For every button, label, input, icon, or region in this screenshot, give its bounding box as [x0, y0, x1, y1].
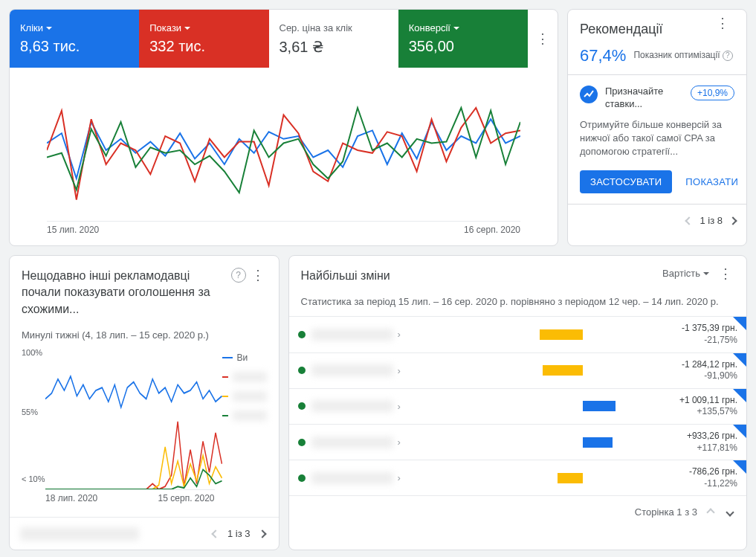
chevron-down-icon [703, 272, 709, 275]
corner-badge [733, 317, 746, 330]
pager-next[interactable] [256, 525, 268, 542]
pager-label: Сторінка 1 з 3 [635, 506, 697, 518]
metric-clicks[interactable]: Кліки 8,63 тис. [10, 10, 139, 68]
redacted-label [20, 527, 139, 541]
corner-badge [733, 425, 746, 438]
overflow-menu-button[interactable]: ⋮ [708, 22, 737, 25]
pager-label: 1 із 8 [700, 215, 723, 226]
kebab-icon: ⋮ [251, 274, 265, 277]
pager-prev[interactable] [683, 212, 695, 229]
chevron-down-icon [726, 509, 734, 517]
change-values: +933,26 грн.+117,81% [656, 431, 737, 454]
change-row[interactable]: ›-1 284,12 грн.-91,90% [289, 352, 747, 388]
metric-dropdown[interactable]: Вартість [662, 268, 709, 279]
metric-conversions[interactable]: Конверсії 356,00 [398, 10, 528, 68]
chart-date-from: 15 лип. 2020 [47, 225, 99, 235]
chevron-down-icon [184, 27, 190, 30]
change-values: -1 375,39 грн.-21,75% [656, 323, 737, 346]
overflow-menu-button[interactable]: ⋮ [717, 272, 734, 275]
optimization-score: 67,4% Показник оптимізації ? [568, 46, 746, 74]
help-icon[interactable]: ? [231, 268, 246, 283]
chevron-left-icon [211, 530, 219, 538]
auction-chart: 100% 55% < 10% Ви 18 лип. 2020 15 серп. … [10, 348, 279, 517]
change-values: +1 009,11 грн.+135,57% [656, 395, 737, 418]
pager-prev[interactable] [210, 525, 222, 542]
change-bar [516, 365, 650, 376]
chevron-right-icon [728, 217, 737, 225]
kebab-icon: ⋮ [719, 272, 732, 275]
biggest-changes-card: Найбільші зміни Вартість ⋮ Статистика за… [288, 255, 748, 550]
apply-button[interactable]: ЗАСТОСУВАТИ [580, 170, 672, 193]
metric-impressions[interactable]: Покази 332 тис. [139, 10, 268, 68]
change-row[interactable]: ›+933,26 грн.+117,81% [289, 424, 747, 460]
change-row[interactable]: ›-786,26 грн.-11,22% [289, 460, 747, 495]
change-bar [516, 437, 650, 448]
entity-name: › [311, 472, 511, 484]
kebab-icon: ⋮ [536, 37, 549, 40]
help-icon[interactable]: ? [723, 51, 733, 61]
overview-chart-card: Кліки 8,63 тис. Покази 332 тис. Сер. цін… [9, 9, 558, 246]
changes-subtitle: Статистика за період 15 лип. – 16 сер. 2… [289, 296, 747, 316]
overview-chart: 15 лип. 2020 16 серп. 2020 [10, 68, 558, 245]
entity-name: › [311, 400, 511, 412]
metrics-row: Кліки 8,63 тис. Покази 332 тис. Сер. цін… [10, 10, 558, 68]
entity-name: › [311, 364, 511, 376]
trend-icon [580, 86, 598, 103]
changes-title: Найбільші зміни [301, 268, 390, 284]
pager-up[interactable] [705, 503, 717, 521]
corner-badge [733, 460, 746, 474]
auction-insights-card: Нещодавно інші рекламодавці почали показ… [9, 255, 280, 550]
change-bar [516, 473, 650, 483]
show-button[interactable]: ПОКАЗАТИ [678, 170, 746, 193]
chart-date-to: 16 серп. 2020 [464, 225, 520, 235]
change-values: -786,26 грн.-11,22% [656, 466, 737, 489]
status-dot [298, 402, 306, 410]
pager-down[interactable] [724, 503, 736, 521]
pager-label: 1 із 3 [227, 528, 251, 539]
status-dot [298, 439, 306, 446]
status-dot [298, 367, 306, 374]
recommendation-desc: Отримуйте більше конверсій за нижчої або… [580, 118, 734, 159]
change-row[interactable]: ›+1 009,11 грн.+135,57% [289, 388, 747, 424]
kebab-icon: ⋮ [716, 22, 729, 25]
entity-name: › [311, 329, 511, 341]
change-bar [516, 401, 650, 411]
status-dot [298, 474, 306, 482]
change-values: -1 284,12 грн.-91,90% [656, 359, 737, 382]
status-dot [298, 331, 306, 338]
auction-subtitle: Минулі тижні (4, 18 лип. – 15 сер. 2020 … [10, 329, 279, 348]
chevron-down-icon [453, 27, 459, 30]
corner-badge [733, 353, 746, 367]
chevron-down-icon [46, 27, 52, 30]
chevron-left-icon [685, 217, 694, 225]
recommendations-title: Рекомендації [580, 22, 662, 37]
entity-name: › [311, 437, 511, 448]
recommendation-item-title: Призначайте ставки... [605, 86, 685, 111]
recommendations-card: Рекомендації ⋮ 67,4% Показник оптимізаці… [567, 9, 747, 246]
uplift-chip: +10,9% [691, 86, 734, 100]
overflow-menu-button[interactable]: ⋮ [528, 10, 558, 68]
auction-title: Нещодавно інші рекламодавці почали показ… [22, 268, 225, 318]
corner-badge [733, 389, 746, 402]
chevron-right-icon [258, 530, 266, 538]
auction-legend: Ви [222, 348, 267, 489]
pager-next[interactable] [727, 212, 739, 229]
metric-cpc: Сер. ціна за клік 3,61 ₴ [269, 10, 398, 68]
overflow-menu-button[interactable]: ⋮ [249, 274, 267, 277]
change-row[interactable]: ›-1 375,39 грн.-21,75% [289, 316, 747, 352]
chevron-up-icon [706, 509, 714, 517]
change-bar [516, 329, 650, 340]
